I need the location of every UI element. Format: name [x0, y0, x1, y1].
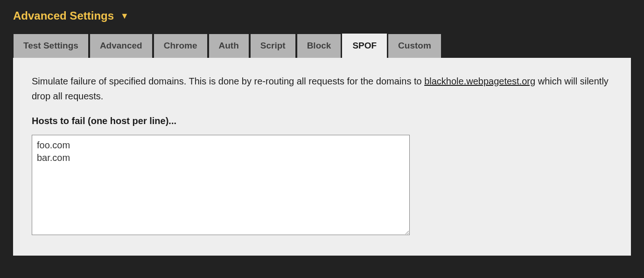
spof-panel: Simulate failure of specified domains. T…: [13, 58, 631, 256]
hosts-field-label: Hosts to fail (one host per line)...: [32, 116, 612, 126]
tab-script[interactable]: Script: [250, 34, 296, 58]
tabs-bar: Test Settings Advanced Chrome Auth Scrip…: [13, 34, 631, 58]
tab-spof[interactable]: SPOF: [342, 34, 387, 58]
tab-advanced[interactable]: Advanced: [90, 34, 153, 58]
advanced-settings-toggle[interactable]: Advanced Settings ▼: [13, 9, 631, 22]
tab-chrome[interactable]: Chrome: [154, 34, 208, 58]
blackhole-link[interactable]: blackhole.webpagetest.org: [424, 76, 535, 86]
hosts-input[interactable]: [32, 135, 410, 235]
tab-test-settings[interactable]: Test Settings: [13, 34, 89, 58]
tab-custom[interactable]: Custom: [388, 34, 441, 58]
chevron-down-icon: ▼: [120, 11, 129, 21]
tab-block[interactable]: Block: [297, 34, 342, 58]
tab-auth[interactable]: Auth: [209, 34, 249, 58]
header-title: Advanced Settings: [13, 9, 114, 22]
spof-desc-text1: Simulate failure of specified domains. T…: [32, 76, 424, 86]
spof-description: Simulate failure of specified domains. T…: [32, 74, 612, 104]
